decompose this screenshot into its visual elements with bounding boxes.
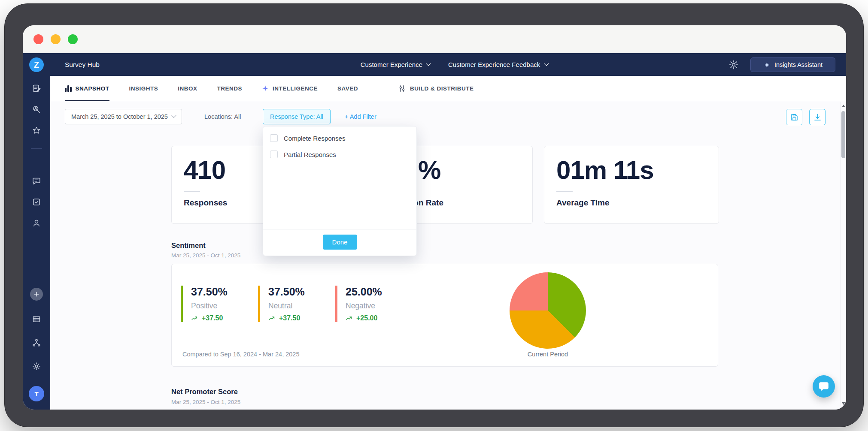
negative-label: Negative [346, 301, 389, 310]
tab-insights[interactable]: INSIGHTS [129, 76, 158, 101]
option-label: Partial Responses [284, 151, 336, 158]
option-partial-responses[interactable]: Partial Responses [263, 146, 416, 163]
scroll-up-arrow[interactable] [842, 105, 845, 107]
app-title: Survey Hub [65, 53, 100, 76]
tab-inbox[interactable]: INBOX [178, 76, 197, 101]
nps-section-title: Net Promoter Score [171, 388, 238, 396]
avatar-initial: T [34, 390, 38, 398]
titlebar [23, 25, 846, 53]
vertical-scrollbar [840, 102, 846, 408]
user-avatar[interactable]: T [29, 386, 44, 401]
insights-assistant-label: Insights Assistant [774, 61, 822, 68]
tab-bar-divider [378, 83, 378, 94]
tab-intelligence[interactable]: INTELLIGENCE [262, 76, 318, 101]
sentiment-card: 37.50% Positive +37.50 37.50% [171, 264, 718, 367]
response-type-dropdown: Complete Responses Partial Responses Don… [263, 126, 417, 256]
response-type-label: Response Type: All [270, 113, 323, 120]
neutral-label: Neutral [268, 301, 312, 310]
tab-saved[interactable]: SAVED [337, 76, 358, 101]
checkbox-unchecked[interactable] [270, 134, 278, 142]
date-range-filter[interactable]: March 25, 2025 to October 1, 2025 [65, 109, 182, 124]
stat-divider [184, 191, 200, 192]
workspace-selector-label: Customer Experience [361, 61, 422, 68]
sidebar-divider [31, 148, 42, 149]
survey-selector-label: Customer Experience Feedback [448, 61, 540, 68]
tab-build-distribute[interactable]: BUILD & DISTRIBUTE [398, 76, 474, 101]
sentiment-pie-chart [510, 272, 586, 349]
audience-search-icon[interactable] [32, 105, 41, 114]
done-button[interactable]: Done [323, 235, 357, 250]
average-time-value: 01m 11s [556, 157, 707, 184]
minimize-window-button[interactable] [51, 34, 61, 44]
tab-bar: SNAPSHOT INSIGHTS INBOX TRENDS INTELLIGE… [50, 76, 846, 101]
app-logo[interactable]: Z [29, 57, 44, 72]
save-floppy-icon [790, 113, 799, 122]
sentiment-metric: 25.00% Negative +25.00 [335, 286, 389, 322]
surveys-icon[interactable] [32, 84, 41, 93]
negative-trend: +25.00 [346, 314, 389, 322]
compared-period-note: Compared to Sep 16, 2024 - Mar 24, 2025 [182, 351, 299, 358]
neutral-trend: +37.50 [268, 314, 312, 322]
save-button[interactable] [786, 109, 802, 125]
negative-value: 25.00% [346, 286, 389, 298]
sentiment-metric: 37.50% Neutral +37.50 [258, 286, 312, 322]
response-type-filter[interactable]: Response Type: All [263, 109, 331, 124]
macos-window-frame: Z Survey Hub Customer Experience Custome… [4, 3, 864, 427]
context-selectors: Customer Experience Customer Experience … [361, 53, 548, 76]
option-label: Complete Responses [284, 135, 345, 142]
add-filter-label: + Add Filter [345, 113, 376, 120]
chat-bubble-icon [818, 381, 829, 392]
sentiment-section-title: Sentiment [171, 241, 206, 250]
pie-caption: Current Period [510, 351, 586, 358]
date-range-label: March 25, 2025 to October 1, 2025 [71, 113, 168, 120]
sidebar-settings-gear-icon[interactable] [32, 362, 41, 371]
survey-selector[interactable]: Customer Experience Feedback [448, 61, 548, 68]
close-window-button[interactable] [33, 34, 43, 44]
workspace-selector[interactable]: Customer Experience [361, 61, 430, 68]
sentiment-metric: 37.50% Positive +37.50 [181, 286, 234, 322]
checkbox-unchecked[interactable] [270, 151, 278, 158]
settings-gear-icon[interactable] [728, 60, 739, 70]
sparkle-icon [763, 61, 771, 69]
locations-filter[interactable]: Locations: All [204, 109, 241, 124]
app-window: Z Survey Hub Customer Experience Custome… [23, 25, 846, 410]
stat-cards-row: 410 Responses % Completion Rate 01m 11s … [171, 146, 719, 224]
scroll-down-arrow[interactable] [842, 402, 845, 405]
neutral-value: 37.50% [268, 286, 312, 298]
trend-up-icon [346, 315, 353, 322]
bar-chart-icon [65, 85, 72, 92]
completion-rate-value: % [418, 157, 520, 184]
positive-label: Positive [191, 301, 234, 310]
sidebar: T [23, 76, 50, 410]
favorites-star-icon[interactable] [32, 126, 41, 135]
download-button[interactable] [809, 109, 826, 125]
logo-letter: Z [34, 60, 39, 70]
trend-up-icon [191, 315, 198, 322]
insights-assistant-button[interactable]: Insights Assistant [750, 57, 835, 72]
nps-section-period: Mar 25, 2025 - Oct 1, 2025 [171, 399, 240, 405]
zoom-window-button[interactable] [68, 34, 78, 44]
sliders-icon [398, 84, 406, 93]
positive-value: 37.50% [191, 286, 234, 298]
scrollbar-thumb[interactable] [841, 111, 845, 158]
option-complete-responses[interactable]: Complete Responses [263, 130, 416, 146]
chevron-down-icon [426, 61, 431, 66]
positive-trend: +37.50 [191, 314, 234, 322]
contacts-person-icon[interactable] [32, 219, 41, 228]
chevron-down-icon [171, 113, 176, 118]
chat-launcher-button[interactable] [813, 375, 835, 398]
tab-snapshot[interactable]: SNAPSHOT [65, 76, 109, 101]
chevron-down-icon [544, 61, 549, 66]
average-time-label: Average Time [556, 198, 707, 208]
tasks-checklist-icon[interactable] [32, 198, 41, 207]
average-time-stat-card: 01m 11s Average Time [544, 146, 719, 224]
download-icon [813, 113, 822, 122]
sentiment-section-period: Mar 25, 2025 - Oct 1, 2025 [171, 252, 240, 259]
tab-trends[interactable]: TRENDS [217, 76, 243, 101]
feedback-chat-icon[interactable] [32, 177, 41, 186]
integrations-flow-icon[interactable] [32, 338, 41, 347]
create-new-button[interactable] [30, 288, 43, 301]
add-filter-button[interactable]: + Add Filter [345, 109, 376, 124]
sparkle-icon [262, 85, 269, 92]
data-table-icon[interactable] [32, 315, 41, 324]
